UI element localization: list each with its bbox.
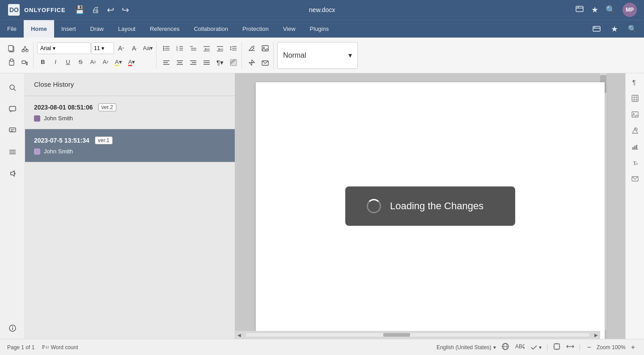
fit-width-icon[interactable] xyxy=(566,342,574,352)
strikethrough-button[interactable]: S xyxy=(75,56,86,68)
svg-rect-3 xyxy=(593,26,600,31)
bullet-list-button[interactable] xyxy=(160,42,173,55)
list-row2: ¶▾ xyxy=(160,56,240,69)
shading-button[interactable] xyxy=(227,56,240,69)
cut-button[interactable] xyxy=(19,42,31,55)
track-changes-button[interactable]: ▾ xyxy=(530,343,542,351)
horizontal-scrollbar-track[interactable]: ◀ ▶ xyxy=(235,331,600,339)
scroll-left-button[interactable]: ◀ xyxy=(235,331,243,339)
right-sidebar-paragraph-icon[interactable]: ¶ xyxy=(628,75,642,89)
paragraph-marks-button[interactable]: ¶▾ xyxy=(214,56,226,69)
undo-icon[interactable]: ↩ xyxy=(107,4,114,15)
language-selector[interactable]: English (United States) ▾ xyxy=(436,344,496,351)
paste-button[interactable] xyxy=(5,56,18,68)
font-size-select[interactable]: 11 ▾ xyxy=(92,42,114,54)
justify-button[interactable] xyxy=(200,56,213,69)
sidebar-search-icon[interactable] xyxy=(5,80,20,95)
sidebar-sound-icon[interactable] xyxy=(5,166,20,181)
menu-item-view[interactable]: View xyxy=(276,20,303,38)
copy-button[interactable] xyxy=(5,42,18,55)
increase-font-size-button[interactable]: A+ xyxy=(115,42,127,55)
favorite-icon[interactable]: ★ xyxy=(591,5,598,15)
title-bar-actions: 💾 🖨 ↩ ↪ xyxy=(75,4,129,15)
right-sidebar-texta-icon[interactable]: TA xyxy=(628,156,642,170)
fit-page-icon[interactable] xyxy=(553,342,561,352)
paragraph-style-select[interactable]: Normal ▾ xyxy=(277,42,358,69)
menu-item-plugins[interactable]: Plugins xyxy=(303,20,336,38)
right-sidebar-table-icon[interactable] xyxy=(628,91,642,106)
font-color-button[interactable]: A▾ xyxy=(126,56,138,68)
open-location-icon[interactable] xyxy=(575,4,584,15)
zoom-level: Zoom 100% xyxy=(597,344,626,351)
align-right-button[interactable] xyxy=(187,56,199,69)
superscript-button[interactable]: A2 xyxy=(87,56,99,68)
scroll-right-button[interactable]: ▶ xyxy=(592,331,600,339)
menu-item-protection[interactable]: Protection xyxy=(235,20,276,38)
svg-line-56 xyxy=(14,89,16,91)
menu-item-file[interactable]: File xyxy=(0,20,24,38)
right-sidebar-chart-icon[interactable] xyxy=(628,139,642,154)
multilevel-list-button[interactable] xyxy=(187,42,199,55)
format-row1 xyxy=(246,42,271,55)
bold-button[interactable]: B xyxy=(37,56,49,68)
copy-style-button[interactable] xyxy=(246,56,258,69)
avatar[interactable]: MP xyxy=(623,3,637,17)
word-count-button[interactable]: 123 Word count xyxy=(42,344,78,351)
title-bar-right: ★ 🔍 MP xyxy=(575,3,637,17)
open-file-location-icon[interactable] xyxy=(589,21,605,37)
mail-merge-button[interactable] xyxy=(259,56,271,69)
right-sidebar-shape-icon[interactable] xyxy=(628,123,642,138)
font-name-select[interactable]: Arial ▾ xyxy=(37,42,91,54)
insert-image-button[interactable] xyxy=(259,42,271,55)
increase-indent-button[interactable] xyxy=(214,42,226,55)
loading-message: Loading the Changes xyxy=(390,200,483,212)
italic-button[interactable]: I xyxy=(50,56,61,68)
version-badge-2: ver.1 xyxy=(95,136,113,144)
sidebar-info-icon[interactable] xyxy=(5,321,20,335)
svg-rect-5 xyxy=(8,46,13,51)
spell-check-icon[interactable]: ABC xyxy=(515,342,525,352)
menu-item-collaboration[interactable]: Collaboration xyxy=(186,20,235,38)
font-row1: Arial ▾ 11 ▾ A+ A- Aa▾ xyxy=(37,42,154,55)
clipboard-col2 xyxy=(19,42,31,68)
search-icon[interactable]: 🔍 xyxy=(606,5,615,15)
numbered-list-button[interactable]: 1.2.3. xyxy=(174,42,186,55)
svg-point-75 xyxy=(633,113,634,114)
search-toolbar-icon[interactable]: 🔍 xyxy=(624,21,640,37)
redo-icon[interactable]: ↪ xyxy=(122,4,129,15)
sidebar-comments-icon[interactable] xyxy=(5,102,20,116)
align-left-button[interactable] xyxy=(160,56,173,69)
underline-button[interactable]: U xyxy=(62,56,74,68)
right-sidebar-mail-icon[interactable] xyxy=(628,172,642,186)
align-center-button[interactable] xyxy=(174,56,186,69)
spell-check-globe-icon[interactable] xyxy=(501,342,509,352)
favorites-icon[interactable]: ★ xyxy=(606,21,623,37)
menu-item-home[interactable]: Home xyxy=(24,20,54,38)
decrease-indent-button[interactable] xyxy=(200,42,213,55)
horizontal-scrollbar-thumb[interactable] xyxy=(383,333,410,337)
save-icon[interactable]: 💾 xyxy=(75,5,85,15)
right-sidebar-image-icon[interactable] xyxy=(628,107,642,122)
zoom-in-button[interactable]: + xyxy=(629,343,637,351)
line-spacing-button[interactable] xyxy=(227,42,240,55)
logo: DO ONLYOFFICE xyxy=(7,3,66,17)
logo-icon: DO xyxy=(7,3,21,17)
clear-formatting-button[interactable] xyxy=(246,42,258,55)
menu-item-layout[interactable]: Layout xyxy=(111,20,143,38)
change-case-button[interactable]: Aa▾ xyxy=(142,42,154,55)
menu-item-draw[interactable]: Draw xyxy=(83,20,111,38)
clipboard-group xyxy=(4,42,34,69)
history-title[interactable]: Close History xyxy=(34,80,74,88)
print-icon[interactable]: 🖨 xyxy=(92,5,100,15)
decrease-font-size-button[interactable]: A- xyxy=(128,42,141,55)
history-item-1[interactable]: 2023-08-01 08:51:06 ver.2 John Smith xyxy=(25,96,235,129)
sidebar-list-icon[interactable] xyxy=(5,145,20,159)
menu-item-insert[interactable]: Insert xyxy=(54,20,83,38)
sidebar-chat-icon[interactable] xyxy=(5,123,20,138)
format-painter-button[interactable] xyxy=(19,56,31,68)
zoom-out-button[interactable]: − xyxy=(585,343,593,351)
history-item-2[interactable]: 2023-07-5 13:51:34 ver.1 John Smith xyxy=(25,129,235,162)
subscript-button[interactable]: A2 xyxy=(100,56,111,68)
menu-item-references[interactable]: References xyxy=(143,20,186,38)
highlight-color-button[interactable]: A▾ xyxy=(112,56,125,68)
